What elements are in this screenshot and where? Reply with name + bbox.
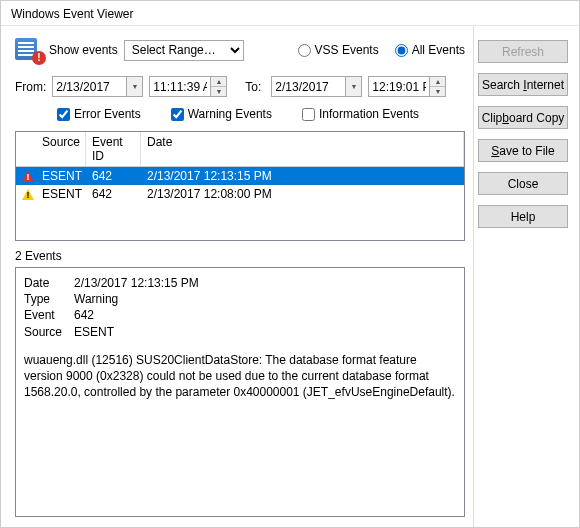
warning-events-label: Warning Events	[188, 107, 272, 121]
events-list: Source Event ID Date ESENT 642 2/13/2017…	[15, 131, 465, 241]
show-events-label: Show events	[49, 43, 118, 57]
search-internet-button[interactable]: Search Internet	[478, 73, 568, 96]
clipboard-copy-button[interactable]: Clipboard Copy	[478, 106, 568, 129]
content-area: ! Show events Select Range… VSS Events A…	[1, 26, 579, 527]
to-time-field[interactable]: ▲▼	[368, 76, 446, 97]
main-panel: ! Show events Select Range… VSS Events A…	[1, 26, 473, 527]
col-date[interactable]: Date	[141, 132, 464, 166]
events-icon: !	[15, 38, 43, 62]
from-label: From:	[15, 80, 46, 94]
warning-events-checkbox[interactable]: Warning Events	[171, 107, 272, 121]
vss-events-radio-input[interactable]	[298, 44, 311, 57]
row-event-id: 642	[86, 168, 141, 184]
row-source: ESENT	[36, 168, 86, 184]
warning-icon	[22, 189, 34, 200]
from-date-input[interactable]	[52, 76, 127, 97]
chevron-down-icon[interactable]: ▼	[430, 87, 445, 96]
chevron-down-icon[interactable]: ▼	[211, 87, 226, 96]
from-time-input[interactable]	[149, 76, 211, 97]
information-events-label: Information Events	[319, 107, 419, 121]
col-source[interactable]: Source	[36, 132, 86, 166]
to-time-input[interactable]	[368, 76, 430, 97]
to-label: To:	[245, 80, 261, 94]
chevron-up-icon[interactable]: ▲	[430, 77, 445, 87]
row-date: 2/13/2017 12:08:00 PM	[141, 186, 464, 202]
vss-events-label: VSS Events	[315, 43, 379, 57]
all-events-radio[interactable]: All Events	[395, 43, 465, 57]
detail-date-key: Date	[24, 275, 74, 291]
events-list-body: ESENT 642 2/13/2017 12:13:15 PM ESENT 64…	[16, 167, 464, 240]
range-select[interactable]: Select Range…	[124, 40, 244, 61]
toolbar-row: ! Show events Select Range… VSS Events A…	[15, 38, 465, 62]
refresh-button[interactable]: Refresh	[478, 40, 568, 63]
to-time-spinner[interactable]: ▲▼	[430, 76, 446, 97]
detail-message: wuaueng.dll (12516) SUS20ClientDataStore…	[24, 352, 456, 401]
error-events-checkbox[interactable]: Error Events	[57, 107, 141, 121]
to-date-dropdown[interactable]: ▼	[346, 76, 362, 97]
chevron-down-icon: ▼	[127, 77, 142, 96]
row-date: 2/13/2017 12:13:15 PM	[141, 168, 464, 184]
event-count: 2 Events	[15, 249, 465, 263]
detail-type-value: Warning	[74, 291, 118, 307]
filter-row: Error Events Warning Events Information …	[15, 107, 465, 121]
detail-event-key: Event	[24, 307, 74, 323]
error-events-label: Error Events	[74, 107, 141, 121]
information-events-checkbox[interactable]: Information Events	[302, 107, 419, 121]
from-date-field[interactable]: ▼	[52, 76, 143, 97]
button-sidebar: Refresh Search Internet Clipboard Copy S…	[473, 26, 579, 527]
from-date-dropdown[interactable]: ▼	[127, 76, 143, 97]
warning-icon	[22, 171, 34, 182]
help-button[interactable]: Help	[478, 205, 568, 228]
table-row[interactable]: ESENT 642 2/13/2017 12:08:00 PM	[16, 185, 464, 203]
chevron-up-icon[interactable]: ▲	[211, 77, 226, 87]
detail-date-value: 2/13/2017 12:13:15 PM	[74, 275, 199, 291]
all-events-radio-input[interactable]	[395, 44, 408, 57]
row-event-id: 642	[86, 186, 141, 202]
event-detail: Date2/13/2017 12:13:15 PM TypeWarning Ev…	[15, 267, 465, 517]
close-button[interactable]: Close	[478, 172, 568, 195]
warning-events-checkbox-input[interactable]	[171, 108, 184, 121]
row-source: ESENT	[36, 186, 86, 202]
detail-source-value: ESENT	[74, 324, 114, 340]
vss-events-radio[interactable]: VSS Events	[298, 43, 379, 57]
detail-event-value: 642	[74, 307, 94, 323]
to-date-field[interactable]: ▼	[271, 76, 362, 97]
events-list-header: Source Event ID Date	[16, 132, 464, 167]
chevron-down-icon: ▼	[346, 77, 361, 96]
to-date-input[interactable]	[271, 76, 346, 97]
from-time-spinner[interactable]: ▲▼	[211, 76, 227, 97]
from-time-field[interactable]: ▲▼	[149, 76, 227, 97]
table-row[interactable]: ESENT 642 2/13/2017 12:13:15 PM	[16, 167, 464, 185]
information-events-checkbox-input[interactable]	[302, 108, 315, 121]
all-events-label: All Events	[412, 43, 465, 57]
detail-type-key: Type	[24, 291, 74, 307]
daterange-row: From: ▼ ▲▼ To: ▼ ▲▼	[15, 76, 465, 97]
error-events-checkbox-input[interactable]	[57, 108, 70, 121]
detail-source-key: Source	[24, 324, 74, 340]
col-event-id[interactable]: Event ID	[86, 132, 141, 166]
window-title: Windows Event Viewer	[1, 1, 579, 26]
save-to-file-button[interactable]: Save to File	[478, 139, 568, 162]
event-viewer-window: Windows Event Viewer ! Show events Selec…	[0, 0, 580, 528]
